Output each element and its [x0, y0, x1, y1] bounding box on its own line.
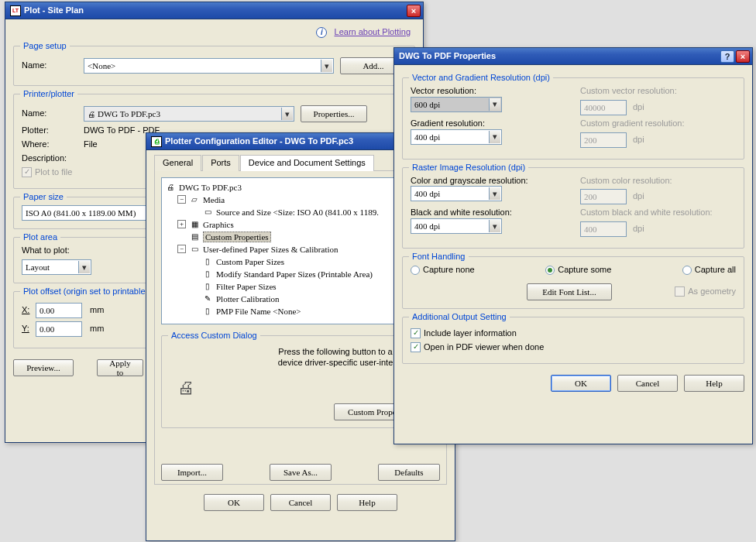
custom-vector-input [580, 100, 627, 115]
offset-x-label: X: [22, 305, 36, 316]
what-to-plot-combo[interactable]: Layout ▾ [22, 259, 91, 275]
tree-custom-paper-sizes[interactable]: Custom Paper Sizes [216, 257, 284, 266]
capture-some-radio[interactable]: Capture some [545, 265, 611, 276]
help-button[interactable]: Help [684, 375, 744, 392]
as-geometry-checkbox: As geometry [675, 286, 736, 297]
capture-none-radio[interactable]: Capture none [411, 265, 475, 276]
tree-source-size[interactable]: Source and Size <Size: ISO A0 (841.00 x … [216, 208, 379, 217]
info-icon: i [316, 27, 327, 38]
defaults-button[interactable]: Defaults [378, 464, 440, 481]
cancel-button[interactable]: Cancel [617, 375, 678, 392]
offset-y-unit: mm [90, 324, 104, 334]
page-setup-group: Page setup Name: <None> ▾ Add... [13, 46, 415, 86]
calibration-icon: ✎ [202, 294, 213, 304]
tab-device-document[interactable]: Device and Document Settings [240, 155, 374, 171]
tab-ports[interactable]: Ports [202, 155, 239, 171]
paper-size-combo[interactable]: ISO A0 (841.00 x 1189.00 MM) [22, 205, 161, 221]
page-setup-legend: Page setup [20, 41, 70, 52]
offset-y-input[interactable] [36, 321, 82, 337]
raster-group: Raster Image Resolution (dpi) Color and … [402, 167, 744, 249]
tree-custom-properties[interactable]: Custom Properties [203, 232, 271, 242]
plotter-icon: ⎙ [151, 136, 162, 147]
tree-plotter-calibration[interactable]: Plotter Calibration [216, 294, 280, 304]
tree-modify-paper-sizes[interactable]: Modify Standard Paper Sizes (Printable A… [216, 269, 373, 279]
chevron-down-icon[interactable]: ▾ [489, 187, 500, 200]
collapse-icon[interactable]: − [177, 195, 186, 204]
cancel-button[interactable]: Cancel [270, 494, 331, 511]
printer-name-value: DWG To PDF.pc3 [98, 109, 160, 118]
offset-y-label: Y: [22, 324, 36, 334]
file-icon: ▯ [202, 307, 213, 316]
apply-button[interactable]: Apply to [97, 359, 143, 376]
printer-icon: 🖨 [165, 183, 176, 192]
what-to-plot-label: What to plot: [22, 245, 163, 256]
capture-none-label: Capture none [423, 265, 475, 276]
collapse-icon[interactable]: − [177, 245, 186, 253]
capture-some-label: Capture some [558, 265, 611, 276]
ok-button[interactable]: OK [551, 375, 611, 392]
color-res-combo[interactable]: 400 dpi ▾ [411, 186, 502, 201]
chevron-down-icon[interactable]: ▾ [489, 98, 500, 111]
vector-res-label: Vector resolution: [411, 86, 566, 97]
custom-gradient-label: Custom gradient resolution: [580, 118, 736, 129]
bw-res-combo[interactable]: 400 dpi ▾ [411, 218, 502, 234]
chevron-down-icon[interactable]: ▾ [281, 108, 293, 120]
properties-button[interactable]: Properties... [301, 105, 367, 122]
chevron-down-icon[interactable]: ▾ [489, 220, 500, 232]
offset-x-input[interactable] [36, 303, 82, 318]
close-icon[interactable]: × [407, 5, 421, 17]
gradient-res-value: 400 dpi [414, 132, 440, 142]
preview-button[interactable]: Preview... [13, 359, 74, 376]
printer-name-combo[interactable]: 🖨 DWG To PDF.pc3 ▾ [84, 106, 294, 122]
ok-button[interactable]: OK [204, 494, 264, 511]
open-in-viewer-checkbox[interactable]: ✓ [411, 342, 421, 352]
capture-all-label: Capture all [695, 265, 736, 276]
help-icon[interactable]: ? [720, 50, 734, 63]
edit-font-list-button[interactable]: Edit Font List... [527, 283, 612, 300]
help-button[interactable]: Help [337, 494, 397, 511]
expand-icon[interactable]: + [177, 220, 186, 228]
open-in-viewer-label: Open in PDF viewer when done [424, 342, 544, 353]
plot-titlebar[interactable]: LT Plot - Site Plan × [5, 2, 423, 19]
color-res-label: Color and grayscale resolution: [411, 176, 566, 187]
close-icon[interactable]: × [736, 50, 750, 63]
page-setup-name-combo[interactable]: <None> ▾ [84, 58, 334, 74]
capture-all-radio[interactable]: Capture all [682, 265, 736, 276]
printer-name-label: Name: [22, 108, 84, 119]
color-res-value: 400 dpi [414, 189, 440, 198]
dpi-label: dpi [633, 135, 644, 146]
page-setup-name-value: <None> [88, 61, 115, 70]
vector-res-combo[interactable]: 600 dpi ▾ [411, 97, 502, 112]
tree-user-defined-paper[interactable]: User-defined Paper Sizes & Calibration [203, 245, 338, 254]
page-icon: ▯ [202, 282, 213, 291]
page-icon: ▭ [202, 208, 213, 217]
graphics-icon: ▦ [189, 220, 200, 229]
tree-pmp-file[interactable]: PMP File Name <None> [216, 307, 301, 316]
save-as-button[interactable]: Save As... [270, 464, 332, 481]
bw-res-label: Black and white resolution: [411, 208, 566, 218]
import-button[interactable]: Import... [161, 464, 223, 481]
tree-graphics[interactable]: Graphics [203, 220, 234, 229]
where-value: File [84, 139, 98, 150]
tree-media[interactable]: Media [203, 195, 225, 204]
plot-area-legend: Plot area [20, 232, 60, 243]
chevron-down-icon[interactable]: ▾ [489, 131, 500, 143]
font-handling-group: Font Handling Capture none Capture some … [402, 256, 744, 309]
tab-general[interactable]: General [154, 155, 201, 171]
custom-color-label: Custom color resolution: [580, 176, 736, 187]
plotter-label: Plotter: [22, 125, 84, 136]
chevron-down-icon[interactable]: ▾ [321, 60, 332, 72]
tree-root[interactable]: DWG To PDF.pc3 [179, 183, 242, 192]
addl-legend: Additional Output Setting [409, 312, 510, 323]
as-geometry-label: As geometry [688, 286, 736, 297]
bw-res-value: 400 dpi [414, 221, 440, 231]
pdf-titlebar[interactable]: DWG To PDF Properties ? × [394, 48, 752, 65]
include-layer-checkbox[interactable]: ✓ [411, 328, 421, 338]
plot-title: Plot - Site Plan [24, 5, 405, 16]
tree-filter-paper-sizes[interactable]: Filter Paper Sizes [216, 282, 277, 291]
page-setup-name-label: Name: [22, 60, 84, 71]
pdf-title: DWG To PDF Properties [399, 51, 719, 62]
learn-plotting-link[interactable]: Learn about Plotting [335, 27, 411, 36]
chevron-down-icon[interactable]: ▾ [78, 261, 90, 273]
gradient-res-combo[interactable]: 400 dpi ▾ [411, 129, 502, 145]
